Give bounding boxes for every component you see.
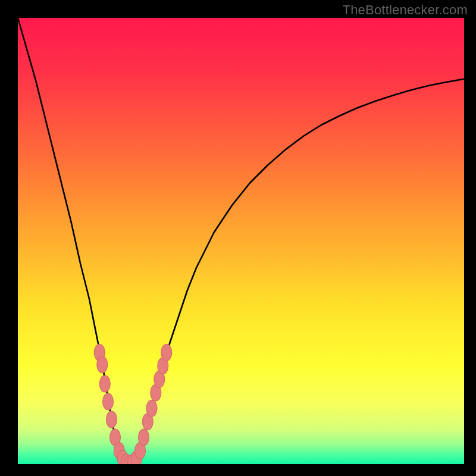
curve-layer	[18, 18, 464, 464]
curve-marker	[99, 375, 110, 392]
plot-area	[18, 18, 464, 464]
curve-marker	[161, 345, 172, 361]
marker-group	[94, 345, 172, 464]
curve-marker	[97, 356, 108, 373]
bottleneck-curve	[18, 18, 464, 464]
curve-marker	[107, 411, 117, 428]
curve-marker	[146, 400, 157, 416]
curve-marker	[103, 393, 114, 410]
curve-marker	[139, 429, 149, 446]
chart-frame: TheBottlenecker.com	[0, 0, 476, 476]
watermark-text: TheBottlenecker.com	[343, 2, 468, 18]
